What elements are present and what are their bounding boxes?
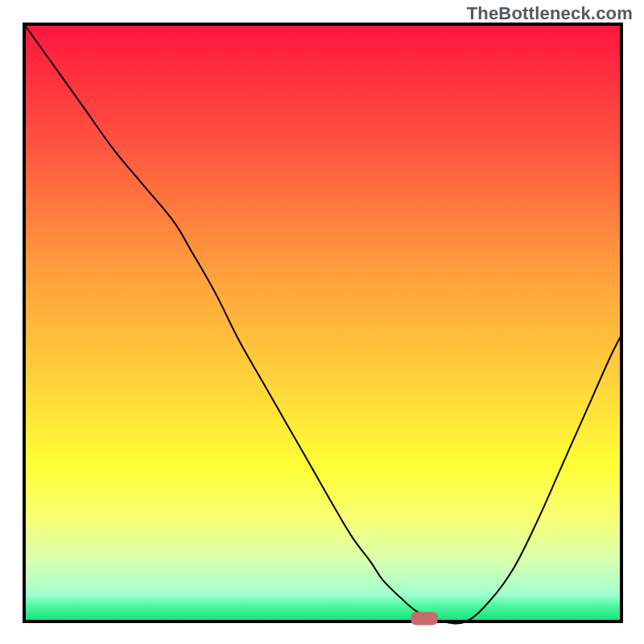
bottleneck-chart [0,0,644,644]
watermark-label: TheBottleneck.com [467,3,633,24]
optimal-point-marker [411,612,437,625]
chart-container: TheBottleneck.com [0,0,644,644]
